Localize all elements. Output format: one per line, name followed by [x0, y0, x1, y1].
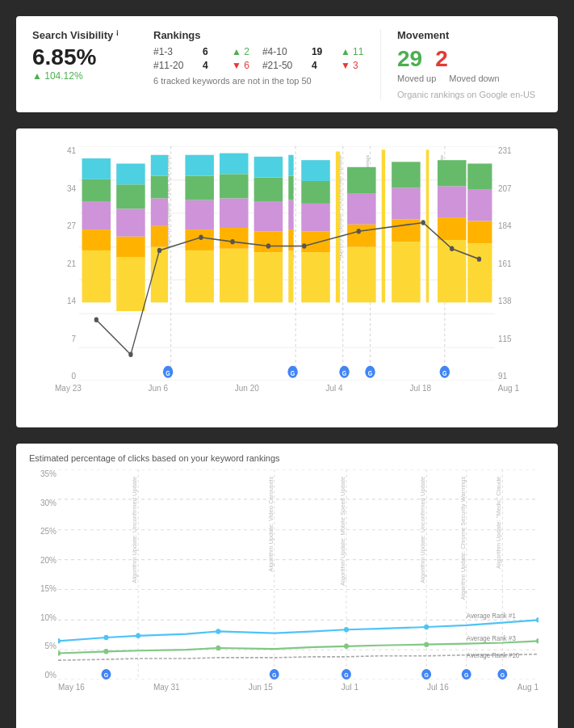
svg-rect-33	[185, 250, 214, 302]
rank-range-21-50: #21-50	[262, 60, 299, 71]
svg-text:Algorithm Update: Mobile Speed: Algorithm Update: Mobile Speed Update	[339, 477, 346, 586]
svg-rect-24	[116, 237, 145, 258]
svg-text:G: G	[344, 671, 349, 678]
y-axis-pct: 35% 30% 25% 20% 15% 10% 5% 0%	[29, 469, 57, 680]
svg-rect-21	[82, 179, 111, 202]
rank-range-1-3: #1-3	[153, 46, 190, 57]
svg-rect-29	[151, 226, 168, 247]
svg-point-131	[536, 638, 538, 644]
sv-title: Search Visibility ⁱ	[32, 29, 145, 41]
svg-rect-36	[185, 176, 214, 200]
svg-rect-20	[82, 202, 111, 229]
svg-text:Algorithm Update: Video Carous: Algorithm Update: Video Carousels	[267, 476, 274, 571]
svg-rect-19	[82, 229, 111, 250]
organic-info: Organic rankings on Google en-US	[397, 90, 542, 99]
svg-rect-60	[347, 247, 376, 303]
svg-rect-43	[254, 252, 283, 302]
click-chart-card: Estimated percentage of clicks based on …	[16, 444, 558, 728]
click-chart-x-axis: May 16 May 31 Jun 15 Jul 1 Jul 16 Aug 1	[58, 683, 538, 692]
svg-rect-54	[301, 231, 330, 252]
svg-text:G: G	[291, 369, 295, 377]
svg-rect-48	[288, 250, 293, 302]
svg-text:G: G	[424, 671, 429, 678]
svg-point-120	[104, 635, 109, 641]
svg-point-86	[421, 220, 425, 225]
svg-rect-42	[220, 154, 249, 175]
svg-rect-38	[220, 249, 249, 303]
svg-rect-73	[438, 160, 467, 186]
svg-rect-55	[301, 204, 330, 231]
rank-range-4-10: #4-10	[262, 46, 299, 57]
svg-point-119	[58, 638, 61, 644]
moved-up-count: 29	[397, 46, 422, 72]
svg-rect-75	[467, 221, 492, 243]
svg-rect-26	[116, 184, 145, 208]
rank-range-11-20: #11-20	[153, 60, 190, 71]
svg-point-87	[450, 246, 454, 251]
svg-rect-65	[392, 242, 421, 302]
svg-text:G: G	[368, 369, 373, 377]
rankings-grid: #1-3 6 ▲ 2 #4-10 19 ▲ 11 #11-20 4 ▼ 6 #2…	[153, 46, 372, 71]
svg-rect-67	[392, 188, 421, 220]
click-chart-title: Estimated percentage of clicks based on …	[29, 453, 545, 463]
svg-rect-44	[254, 231, 283, 252]
svg-rect-51	[288, 176, 293, 200]
svg-rect-47	[254, 157, 283, 178]
svg-text:G: G	[165, 369, 170, 377]
svg-rect-77	[467, 163, 492, 189]
svg-rect-53	[301, 252, 330, 302]
svg-text:Algorithm Update: Chrome Secur: Algorithm Update: Chrome Security Warnin…	[459, 476, 467, 600]
svg-point-83	[266, 243, 270, 248]
svg-rect-63	[347, 167, 376, 193]
rankings-section: Rankings #1-3 6 ▲ 2 #4-10 19 ▲ 11 #11-20…	[145, 29, 372, 86]
svg-text:G: G	[104, 671, 109, 678]
rank-change-4-10: ▲ 11	[341, 46, 364, 57]
svg-rect-57	[301, 160, 330, 181]
svg-point-124	[424, 625, 429, 630]
svg-point-80	[157, 248, 161, 253]
moved-up-label: Moved up	[397, 74, 436, 83]
svg-point-85	[357, 229, 361, 234]
svg-rect-52	[288, 155, 293, 176]
rank-count-11-20: 4	[203, 60, 219, 71]
rank-count-21-50: 4	[312, 60, 328, 71]
svg-rect-32	[151, 155, 168, 176]
svg-point-79	[128, 352, 132, 357]
svg-text:G: G	[442, 369, 447, 377]
svg-text:Algorithm Update: "Medic" Clau: Algorithm Update: "Medic" Claude	[496, 477, 503, 569]
svg-rect-64	[382, 149, 385, 302]
svg-text:Algorithm Update: Unconfirmed : Algorithm Update: Unconfirmed Update	[131, 477, 138, 583]
svg-rect-31	[151, 176, 168, 199]
click-chart-area: 35% 30% 25% 20% 15% 10% 5% 0%	[58, 469, 538, 680]
svg-rect-39	[220, 228, 249, 249]
svg-rect-45	[254, 202, 283, 232]
svg-rect-22	[82, 158, 111, 179]
bar-chart-container: 41 34 27 21 14 7 0 231 207 184 161 138 1…	[29, 146, 545, 421]
bar-chart-svg: Algorithm Update: Video Carousels Algori…	[79, 146, 495, 381]
movement-labels: Moved up Moved down	[397, 74, 542, 83]
svg-rect-71	[438, 217, 467, 240]
svg-point-128	[216, 646, 220, 651]
svg-point-126	[58, 650, 61, 656]
svg-rect-46	[254, 178, 283, 202]
svg-point-129	[344, 644, 349, 650]
svg-point-123	[344, 627, 349, 633]
svg-rect-41	[220, 174, 249, 198]
svg-rect-18	[82, 250, 111, 302]
bar-chart-card: 41 34 27 21 14 7 0 231 207 184 161 138 1…	[16, 128, 558, 427]
sv-value: 6.85%	[32, 44, 145, 70]
svg-rect-68	[392, 162, 421, 187]
svg-rect-49	[288, 229, 293, 250]
svg-text:G: G	[342, 369, 347, 377]
svg-point-121	[136, 633, 140, 639]
svg-rect-56	[301, 181, 330, 204]
svg-rect-72	[438, 186, 467, 217]
svg-point-130	[424, 642, 429, 647]
rank-change-1-3: ▲ 2	[232, 46, 249, 57]
svg-rect-74	[467, 243, 492, 302]
svg-rect-50	[288, 200, 293, 230]
svg-text:G: G	[501, 671, 505, 678]
svg-rect-30	[151, 198, 168, 225]
svg-rect-34	[185, 229, 214, 250]
rank-count-1-3: 6	[203, 46, 219, 57]
